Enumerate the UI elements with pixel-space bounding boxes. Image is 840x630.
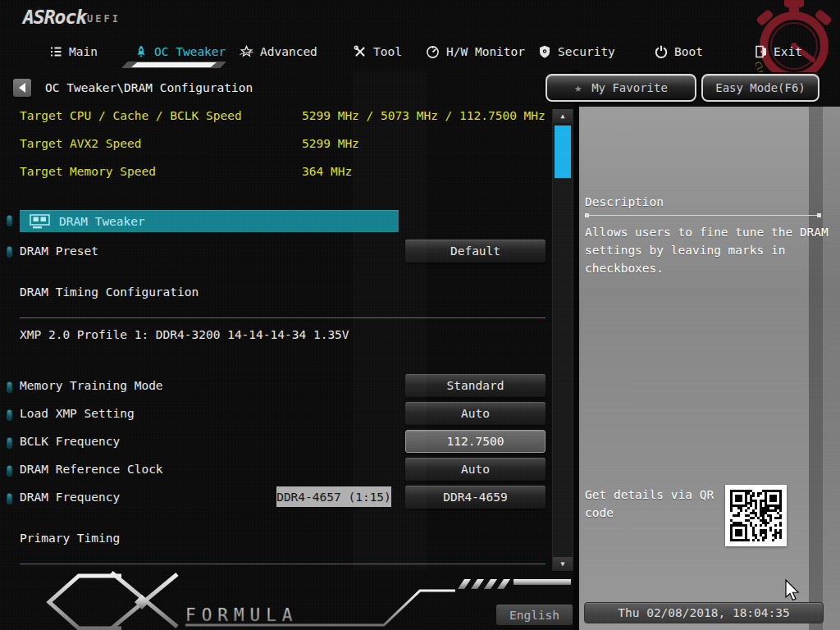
- language-button[interactable]: English: [496, 605, 573, 625]
- primary-section-title: Primary Timing: [20, 532, 120, 545]
- tab-main[interactable]: Main: [49, 41, 98, 62]
- row-bullet: [7, 465, 12, 477]
- target-memory-value: 364 MHz: [302, 165, 352, 178]
- panel-shading: [809, 107, 823, 630]
- section-divider: [20, 564, 546, 564]
- active-tab-underline: [131, 62, 217, 67]
- row-bullet: [7, 215, 12, 226]
- uefi-logo-text: UEFI: [87, 13, 121, 25]
- dram-frequency-badge: DDR4-4657 (1:15): [276, 486, 391, 507]
- easy-mode-button[interactable]: Easy Mode(F6): [701, 74, 819, 102]
- tab-hw-monitor[interactable]: H/W Monitor: [426, 41, 525, 62]
- datetime-display: Thu 02/08/2018, 18:04:35: [584, 602, 824, 623]
- memory-training-label: Memory Training Mode: [20, 379, 163, 392]
- asrock-logo: ASRock: [23, 7, 86, 28]
- row-bullet: [7, 493, 12, 504]
- scroll-up-button[interactable]: ▲: [553, 109, 573, 123]
- xmp-profile-text: XMP 2.0 Profile 1: DDR4-3200 14-14-14-34…: [20, 328, 349, 341]
- tools-icon: [354, 45, 367, 58]
- tab-oc-tweaker[interactable]: OC Tweaker: [135, 41, 226, 62]
- load-xmp-label: Load XMP Setting: [20, 407, 135, 420]
- dram-preset-label: DRAM Preset: [20, 244, 98, 258]
- tab-exit[interactable]: Exit: [755, 41, 802, 62]
- tab-advanced[interactable]: Advanced: [240, 41, 317, 62]
- qr-code: [730, 490, 782, 541]
- panel-shading: [823, 107, 840, 630]
- scroll-down-button[interactable]: ▼: [553, 557, 573, 571]
- shield-icon: [538, 45, 551, 58]
- formula-logo: FORMULA: [0, 569, 574, 630]
- back-button[interactable]: [13, 79, 31, 97]
- exit-door-icon: [755, 45, 767, 58]
- rocket-icon: [135, 45, 148, 58]
- my-favorite-button[interactable]: ★ My Favorite: [546, 74, 696, 102]
- favorite-star-icon: ★: [574, 80, 582, 95]
- dram-tweaker-row[interactable]: DRAM Tweaker: [20, 210, 399, 232]
- tab-tool[interactable]: Tool: [354, 41, 402, 62]
- uefi-screen: ASRock UEFI Clock/FM U Main OC Tweaker: [0, 0, 840, 630]
- list-icon: [49, 45, 62, 58]
- dram-tweaker-icon: [30, 214, 51, 229]
- star-icon: [240, 45, 253, 58]
- target-memory-label: Target Memory Speed: [20, 165, 156, 178]
- back-arrow-icon: [19, 83, 25, 93]
- formula-text: FORMULA: [185, 605, 299, 625]
- dram-reference-clock-label: DRAM Reference Clock: [20, 463, 163, 476]
- description-title: Description: [585, 195, 664, 208]
- tab-security[interactable]: Security: [538, 41, 615, 62]
- tab-boot[interactable]: Boot: [655, 41, 703, 62]
- description-panel: Description Allows users to fine tune th…: [579, 107, 840, 630]
- qr-label: Get details via QR code: [585, 486, 728, 522]
- power-icon: [655, 45, 668, 58]
- target-avx2-value: 5299 MHz: [302, 137, 359, 150]
- row-bullet: [7, 409, 12, 421]
- target-avx2-label: Target AVX2 Speed: [20, 137, 141, 150]
- row-bullet: [7, 246, 12, 258]
- section-divider: [20, 317, 546, 318]
- panel-divider: [573, 70, 579, 630]
- scrollbar[interactable]: ▲ ▼: [552, 109, 573, 571]
- bclk-frequency-label: BCLK Frequency: [20, 435, 120, 448]
- description-divider: [585, 215, 821, 216]
- description-text: Allows users to fine tune the DRAM setti…: [585, 223, 833, 277]
- target-cpu-label: Target CPU / Cache / BCLK Speed: [20, 109, 242, 122]
- row-bullet: [7, 381, 12, 393]
- qr-box: [725, 485, 787, 546]
- row-bullet: [7, 437, 12, 449]
- dram-frequency-label: DRAM Frequency: [20, 491, 120, 504]
- breadcrumb: OC Tweaker\DRAM Configuration: [45, 81, 253, 94]
- timing-section-title: DRAM Timing Configuration: [20, 285, 199, 299]
- scrollbar-thumb[interactable]: [555, 126, 571, 178]
- gauge-icon: [426, 45, 440, 59]
